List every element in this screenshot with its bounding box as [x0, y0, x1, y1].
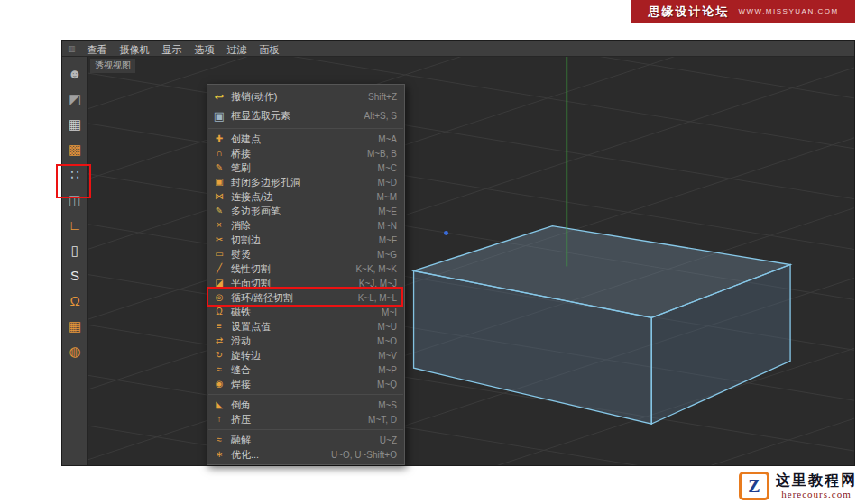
texture-checker-icon: ▦	[69, 117, 81, 131]
menu-item-22[interactable]: ◣倒角M~S	[207, 398, 404, 412]
mouse-icon: ▯	[71, 243, 78, 257]
menu-item-label: 线性切割	[231, 262, 355, 276]
menubar-item-3[interactable]: 显示	[156, 44, 189, 55]
bevel-icon: ◣	[213, 400, 226, 409]
make-editable-icon: ☻	[68, 67, 82, 80]
viewport-solo-button[interactable]: ▯	[63, 238, 87, 261]
menu-item-25[interactable]: ≈融解U~Z	[207, 433, 404, 447]
extrude-icon: ↑	[213, 415, 226, 424]
menu-item-shortcut: M~G	[377, 250, 397, 260]
set-point-value-icon: ≡	[213, 322, 226, 331]
quantize-button[interactable]: ◍	[63, 339, 87, 362]
menu-item-shortcut: M~M	[377, 192, 398, 202]
menu-item-label: 滑动	[231, 334, 377, 348]
menu-item-label: 框显选取元素	[231, 109, 364, 123]
rotate-edge-icon: ↻	[213, 351, 226, 360]
enable-axis-button[interactable]: ∟	[63, 213, 87, 236]
menubar-items: 查看摄像机显示选项过滤面板	[81, 41, 286, 57]
menu-item-label: 焊接	[231, 378, 377, 391]
menu-item-11[interactable]: ▭熨烫M~G	[207, 247, 404, 261]
melt-icon: ≈	[213, 435, 226, 444]
menu-item-18[interactable]: ↻旋转边M~V	[207, 348, 404, 362]
window-body: ☻◩▦▩∷◫∟▯SΩ▦◍ 透视视图	[62, 57, 854, 465]
undo-icon: ↩	[213, 91, 226, 103]
brush-icon: ✎	[213, 163, 226, 172]
texture-mode-button[interactable]: ▦	[63, 112, 87, 135]
menu-item-label: 优化...	[231, 448, 331, 462]
menu-item-shortcut: M~V	[378, 351, 397, 361]
workplane-lock-icon: ▦	[69, 319, 81, 333]
menu-item-5[interactable]: ✎笔刷M~C	[207, 160, 404, 175]
menu-item-shortcut: M~D	[378, 178, 397, 188]
menu-item-label: 熨烫	[231, 248, 377, 261]
menubar-item-5[interactable]: 过滤	[221, 44, 253, 55]
lock-workplane-button[interactable]: ▦	[63, 314, 87, 337]
menu-item-shortcut: M~C	[378, 163, 397, 173]
menu-item-shortcut: K~K, M~K	[355, 264, 397, 274]
menu-item-label: 桥接	[231, 147, 367, 160]
menu-item-shortcut: M~T, D	[368, 415, 397, 425]
menu-grip-icon[interactable]: ▥	[68, 44, 76, 53]
magnet-button[interactable]: Ω	[63, 289, 87, 312]
menu-item-shortcut: U~O, U~Shift+O	[331, 450, 397, 460]
watermark-z-icon: Z	[748, 476, 760, 497]
menu-separator	[208, 394, 403, 395]
menu-separator	[208, 128, 403, 129]
menubar-item-1[interactable]: 查看	[81, 44, 114, 55]
menu-item-12[interactable]: ╱线性切割K~K, M~K	[207, 261, 404, 276]
menu-item-1[interactable]: ▣框显选取元素Alt+S, S	[207, 106, 404, 125]
menu-item-26[interactable]: ∗优化...U~O, U~Shift+O	[207, 447, 404, 462]
slide-icon: ⇄	[213, 336, 226, 345]
watermark: Z 这里教程网 herecours.com	[737, 471, 859, 501]
mode-toolbar: ☻◩▦▩∷◫∟▯SΩ▦◍	[62, 57, 88, 465]
model-mode-button[interactable]: ◩	[63, 87, 87, 110]
menu-item-shortcut: U~Z	[380, 435, 397, 445]
dissolve-icon: ×	[213, 221, 226, 230]
menu-item-9[interactable]: ×消除M~N	[207, 218, 404, 233]
frame-selected-icon: ▣	[213, 110, 226, 122]
menu-item-19[interactable]: ≈缝合M~P	[207, 362, 404, 377]
menu-item-label: 连接点/边	[231, 190, 377, 204]
menubar-item-6[interactable]: 面板	[253, 44, 286, 55]
menu-item-16[interactable]: ≡设置点值M~U	[207, 319, 404, 334]
make-editable-button[interactable]: ☻	[63, 61, 87, 85]
menu-item-10[interactable]: ✂切割边M~F	[207, 233, 404, 247]
menu-item-4[interactable]: ∩桥接M~B, B	[207, 146, 404, 160]
iron-icon: ▭	[213, 250, 226, 259]
menu-item-shortcut: Shift+Z	[368, 92, 397, 102]
watermark-logo: Z	[739, 472, 769, 500]
menu-item-label: 多边形画笔	[231, 205, 378, 218]
menu-item-23[interactable]: ↑挤压M~T, D	[207, 412, 404, 426]
connect-points-edges-icon: ⋈	[213, 192, 226, 201]
menu-item-label: 消除	[231, 219, 378, 233]
menu-item-label: 倒角	[231, 399, 378, 412]
model-mode-cube-icon: ◩	[69, 92, 81, 105]
menu-item-20[interactable]: ◉焊接M~Q	[207, 377, 404, 391]
menu-item-label: 切割边	[231, 234, 379, 247]
menu-item-17[interactable]: ⇄滑动M~O	[207, 334, 404, 348]
magnet-tool-icon: Ω	[213, 307, 226, 316]
snap-s-icon: S	[70, 269, 79, 282]
enable-snap-button[interactable]: S	[63, 263, 87, 287]
menu-item-15[interactable]: Ω磁铁M~I	[207, 305, 404, 319]
menu-item-8[interactable]: ✎多边形画笔M~E	[207, 204, 404, 218]
menubar-item-2[interactable]: 摄像机	[114, 44, 156, 55]
watermark-url: herecours.com	[776, 489, 857, 499]
stitch-icon: ≈	[213, 365, 226, 374]
annotation-menu-highlight	[207, 287, 403, 307]
menu-item-shortcut: M~S	[378, 400, 397, 410]
quantize-icon: ◍	[69, 344, 80, 358]
menu-item-label: 封闭多边形孔洞	[231, 176, 378, 189]
create-point-icon: ✚	[213, 134, 226, 143]
menu-item-0[interactable]: ↩撤销(动作)Shift+Z	[207, 87, 404, 106]
uv-texture-mode-button[interactable]: ▩	[63, 137, 87, 160]
menu-item-shortcut: M~A	[378, 134, 397, 144]
viewport[interactable]: 透视视图	[88, 57, 854, 465]
menu-item-7[interactable]: ⋈连接点/边M~M	[207, 189, 404, 204]
menu-item-3[interactable]: ✚创建点M~A	[207, 132, 404, 146]
polygon-pen-icon: ✎	[213, 206, 226, 215]
menu-item-shortcut: M~I	[382, 307, 397, 317]
menu-item-6[interactable]: ▣封闭多边形孔洞M~D	[207, 175, 404, 189]
scene-svg	[88, 57, 854, 465]
menubar-item-4[interactable]: 选项	[189, 44, 221, 55]
